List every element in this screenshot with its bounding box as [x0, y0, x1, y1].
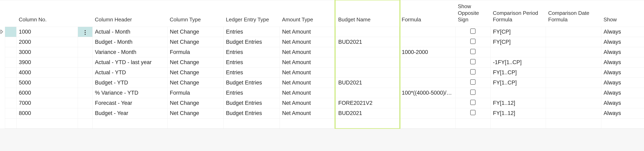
cell-comparison-date-formula[interactable]	[546, 47, 601, 57]
checkbox-icon[interactable]	[470, 28, 476, 34]
cell-ledger-entry-type[interactable]: Budget Entries	[224, 98, 280, 108]
header-comparison-period-formula[interactable]: Comparison Period Formula	[490, 0, 546, 27]
cell-show-opposite-sign[interactable]	[456, 47, 490, 57]
cell-column-type[interactable]: Net Change	[167, 108, 224, 118]
table-row[interactable]: 1000Actual - MonthNet ChangeEntriesNet A…	[0, 27, 644, 37]
header-formula[interactable]: Formula	[399, 0, 456, 27]
cell-amount-type[interactable]: Net Amount	[280, 47, 336, 57]
header-column-no[interactable]: Column No.	[16, 0, 78, 27]
cell-show[interactable]: Always	[601, 27, 644, 37]
header-budget-name[interactable]: Budget Name	[336, 0, 399, 27]
cell-show[interactable]: Always	[601, 108, 644, 118]
row-select-cell[interactable]	[5, 108, 16, 118]
cell-comparison-period-formula[interactable]: FY[CP]	[490, 37, 546, 47]
checkbox-icon[interactable]	[470, 59, 476, 64]
cell-ledger-entry-type[interactable]: Entries	[224, 27, 280, 37]
cell-amount-type[interactable]: Net Amount	[280, 78, 336, 88]
cell-empty[interactable]	[336, 118, 399, 128]
cell-column-header[interactable]: Budget - Year	[92, 108, 167, 118]
table-row[interactable]: 5000Budget - YTDNet ChangeBudget Entries…	[0, 78, 644, 88]
cell-ledger-entry-type[interactable]: Budget Entries	[224, 37, 280, 47]
cell-budget-name[interactable]: BUD2021	[336, 37, 399, 47]
cell-column-header[interactable]: % Variance - YTD	[92, 88, 167, 98]
cell-show-opposite-sign[interactable]	[456, 37, 490, 47]
cell-formula[interactable]	[399, 108, 456, 118]
cell-budget-name[interactable]: BUD2021	[336, 78, 399, 88]
cell-empty[interactable]	[167, 118, 224, 128]
cell-column-header[interactable]: Actual - YTD	[92, 67, 167, 78]
cell-column-no[interactable]: 5000	[16, 78, 78, 88]
cell-column-type[interactable]: Net Change	[167, 98, 224, 108]
cell-formula[interactable]	[399, 78, 456, 88]
cell-budget-name[interactable]	[336, 27, 399, 37]
cell-comparison-date-formula[interactable]	[546, 98, 601, 108]
cell-show[interactable]: Always	[601, 88, 644, 98]
cell-comparison-period-formula[interactable]: FY[1..CP]	[490, 67, 546, 78]
cell-budget-name[interactable]: BUD2021	[336, 108, 399, 118]
cell-comparison-period-formula[interactable]	[490, 47, 546, 57]
cell-empty[interactable]	[0, 118, 5, 128]
row-select-cell[interactable]	[5, 37, 16, 47]
cell-budget-name[interactable]: FORE2021V2	[336, 98, 399, 108]
cell-column-no[interactable]: 3000	[16, 47, 78, 57]
cell-column-no[interactable]: 7000	[16, 98, 78, 108]
cell-amount-type[interactable]: Net Amount	[280, 57, 336, 67]
cell-formula[interactable]: 100*((4000-5000)/5...	[399, 88, 456, 98]
cell-budget-name[interactable]	[336, 57, 399, 67]
cell-amount-type[interactable]: Net Amount	[280, 27, 336, 37]
cell-empty[interactable]	[601, 118, 644, 128]
cell-column-type[interactable]: Net Change	[167, 67, 224, 78]
cell-amount-type[interactable]: Net Amount	[280, 108, 336, 118]
cell-comparison-date-formula[interactable]	[546, 57, 601, 67]
checkbox-icon[interactable]	[470, 110, 476, 115]
cell-empty[interactable]	[78, 118, 92, 128]
cell-show[interactable]: Always	[601, 98, 644, 108]
cell-empty[interactable]	[490, 118, 546, 128]
cell-comparison-date-formula[interactable]	[546, 78, 601, 88]
cell-ledger-entry-type[interactable]: Entries	[224, 67, 280, 78]
cell-ledger-entry-type[interactable]: Entries	[224, 88, 280, 98]
cell-comparison-period-formula[interactable]: FY[1..12]	[490, 98, 546, 108]
cell-column-header[interactable]: Actual - Month	[92, 27, 167, 37]
checkbox-icon[interactable]	[470, 90, 476, 95]
row-actions-cell[interactable]	[78, 78, 92, 88]
cell-comparison-date-formula[interactable]	[546, 27, 601, 37]
cell-show[interactable]: Always	[601, 67, 644, 78]
cell-column-no[interactable]: 2000	[16, 37, 78, 47]
row-actions-cell[interactable]	[78, 57, 92, 67]
cell-comparison-date-formula[interactable]	[546, 67, 601, 78]
checkbox-icon[interactable]	[470, 49, 476, 54]
cell-column-no[interactable]: 3900	[16, 57, 78, 67]
cell-budget-name[interactable]	[336, 47, 399, 57]
table-row[interactable]: 6000% Variance - YTDFormulaEntriesNet Am…	[0, 88, 644, 98]
row-select-cell[interactable]	[5, 57, 16, 67]
cell-column-type[interactable]: Formula	[167, 47, 224, 57]
cell-comparison-period-formula[interactable]	[490, 88, 546, 98]
table-row[interactable]: 2000Budget - MonthNet ChangeBudget Entri…	[0, 37, 644, 47]
row-select-cell[interactable]	[5, 78, 16, 88]
cell-formula[interactable]	[399, 27, 456, 37]
row-select-cell[interactable]	[5, 98, 16, 108]
cell-formula[interactable]	[399, 98, 456, 108]
checkbox-icon[interactable]	[470, 79, 476, 85]
cell-show-opposite-sign[interactable]	[456, 27, 490, 37]
cell-formula[interactable]	[399, 57, 456, 67]
cell-show[interactable]: Always	[601, 78, 644, 88]
cell-empty[interactable]	[224, 118, 280, 128]
cell-formula[interactable]	[399, 37, 456, 47]
cell-empty[interactable]	[16, 118, 78, 128]
cell-column-header[interactable]: Budget - YTD	[92, 78, 167, 88]
table-row[interactable]: 3900Actual - YTD - last yearNet ChangeEn…	[0, 57, 644, 67]
cell-comparison-date-formula[interactable]	[546, 88, 601, 98]
row-actions-cell[interactable]	[78, 27, 92, 37]
cell-empty[interactable]	[456, 118, 490, 128]
row-actions-cell[interactable]	[78, 47, 92, 57]
cell-show[interactable]: Always	[601, 57, 644, 67]
header-show[interactable]: Show	[601, 0, 644, 27]
cell-column-type[interactable]: Formula	[167, 88, 224, 98]
cell-ledger-entry-type[interactable]: Entries	[224, 57, 280, 67]
row-actions-cell[interactable]	[78, 98, 92, 108]
row-actions-cell[interactable]	[78, 108, 92, 118]
cell-show-opposite-sign[interactable]	[456, 98, 490, 108]
cell-column-type[interactable]: Net Change	[167, 37, 224, 47]
